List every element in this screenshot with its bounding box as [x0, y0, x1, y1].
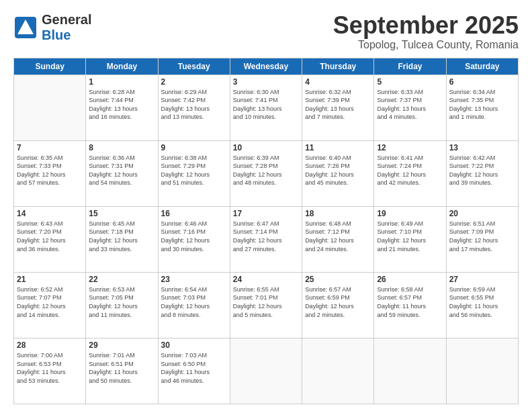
day-number: 4 — [305, 77, 371, 87]
header: General Blue September 2025 Topolog, Tul… — [13, 12, 519, 51]
day-info: Sunrise: 6:34 AM Sunset: 7:35 PM Dayligh… — [449, 88, 515, 122]
day-number: 14 — [17, 209, 83, 218]
calendar-cell: 30Sunrise: 7:03 AM Sunset: 6:50 PM Dayli… — [158, 338, 230, 404]
day-info: Sunrise: 7:03 AM Sunset: 6:50 PM Dayligh… — [161, 351, 227, 385]
day-info: Sunrise: 6:28 AM Sunset: 7:44 PM Dayligh… — [89, 88, 154, 122]
day-info: Sunrise: 6:54 AM Sunset: 7:03 PM Dayligh… — [161, 285, 227, 319]
day-number: 15 — [89, 209, 154, 218]
calendar-week-4: 21Sunrise: 6:52 AM Sunset: 7:07 PM Dayli… — [14, 272, 519, 338]
day-number: 1 — [89, 77, 154, 87]
calendar-cell: 29Sunrise: 7:01 AM Sunset: 6:51 PM Dayli… — [86, 338, 158, 404]
calendar-cell: 10Sunrise: 6:39 AM Sunset: 7:28 PM Dayli… — [230, 140, 302, 206]
logo-blue: Blue — [42, 28, 91, 43]
day-info: Sunrise: 6:59 AM Sunset: 6:55 PM Dayligh… — [449, 285, 515, 319]
day-info: Sunrise: 6:38 AM Sunset: 7:29 PM Dayligh… — [161, 154, 227, 187]
day-info: Sunrise: 6:43 AM Sunset: 7:20 PM Dayligh… — [17, 220, 83, 253]
calendar-week-2: 7Sunrise: 6:35 AM Sunset: 7:33 PM Daylig… — [14, 140, 519, 206]
day-info: Sunrise: 6:53 AM Sunset: 7:05 PM Dayligh… — [89, 285, 154, 319]
calendar-cell: 2Sunrise: 6:29 AM Sunset: 7:42 PM Daylig… — [158, 75, 230, 140]
day-number: 19 — [377, 209, 443, 218]
calendar-cell: 4Sunrise: 6:32 AM Sunset: 7:39 PM Daylig… — [302, 75, 374, 140]
day-number: 30 — [161, 340, 227, 350]
day-info: Sunrise: 6:29 AM Sunset: 7:42 PM Dayligh… — [161, 88, 227, 122]
logo-icon — [13, 15, 38, 40]
page: General Blue September 2025 Topolog, Tul… — [0, 0, 532, 411]
day-number: 29 — [89, 340, 154, 350]
calendar-cell: 15Sunrise: 6:45 AM Sunset: 7:18 PM Dayli… — [86, 206, 158, 272]
col-sunday: Sunday — [14, 58, 86, 75]
calendar-cell: 7Sunrise: 6:35 AM Sunset: 7:33 PM Daylig… — [14, 140, 86, 206]
logo-general: General — [42, 12, 91, 28]
day-number: 3 — [233, 77, 299, 87]
day-info: Sunrise: 6:39 AM Sunset: 7:28 PM Dayligh… — [233, 154, 299, 187]
col-tuesday: Tuesday — [158, 58, 230, 75]
calendar-cell: 26Sunrise: 6:58 AM Sunset: 6:57 PM Dayli… — [374, 272, 446, 338]
day-info: Sunrise: 6:36 AM Sunset: 7:31 PM Dayligh… — [89, 154, 154, 187]
calendar-cell: 12Sunrise: 6:41 AM Sunset: 7:24 PM Dayli… — [374, 140, 446, 206]
calendar-cell: 23Sunrise: 6:54 AM Sunset: 7:03 PM Dayli… — [158, 272, 230, 338]
col-saturday: Saturday — [446, 58, 518, 75]
logo: General Blue — [13, 12, 91, 43]
day-info: Sunrise: 6:41 AM Sunset: 7:24 PM Dayligh… — [377, 154, 443, 187]
month-title: September 2025 — [333, 12, 519, 39]
calendar-week-5: 28Sunrise: 7:00 AM Sunset: 6:53 PM Dayli… — [14, 338, 519, 404]
calendar-cell: 9Sunrise: 6:38 AM Sunset: 7:29 PM Daylig… — [158, 140, 230, 206]
day-number: 27 — [449, 275, 515, 284]
day-number: 24 — [233, 275, 299, 284]
day-number: 10 — [233, 143, 299, 152]
day-info: Sunrise: 6:48 AM Sunset: 7:12 PM Dayligh… — [305, 220, 371, 253]
location-title: Topolog, Tulcea County, Romania — [333, 39, 519, 51]
calendar-cell: 18Sunrise: 6:48 AM Sunset: 7:12 PM Dayli… — [302, 206, 374, 272]
day-info: Sunrise: 6:55 AM Sunset: 7:01 PM Dayligh… — [233, 285, 299, 319]
day-number: 11 — [305, 143, 371, 152]
calendar-cell: 24Sunrise: 6:55 AM Sunset: 7:01 PM Dayli… — [230, 272, 302, 338]
calendar-cell: 3Sunrise: 6:30 AM Sunset: 7:41 PM Daylig… — [230, 75, 302, 140]
calendar-cell: 28Sunrise: 7:00 AM Sunset: 6:53 PM Dayli… — [14, 338, 86, 404]
day-number: 22 — [89, 275, 154, 284]
day-number: 9 — [161, 143, 227, 152]
day-info: Sunrise: 6:58 AM Sunset: 6:57 PM Dayligh… — [377, 285, 443, 319]
day-info: Sunrise: 6:33 AM Sunset: 7:37 PM Dayligh… — [377, 88, 443, 122]
day-number: 28 — [17, 340, 83, 350]
day-number: 5 — [377, 77, 443, 87]
day-info: Sunrise: 6:46 AM Sunset: 7:16 PM Dayligh… — [161, 220, 227, 253]
calendar-cell: 25Sunrise: 6:57 AM Sunset: 6:59 PM Dayli… — [302, 272, 374, 338]
calendar-cell: 1Sunrise: 6:28 AM Sunset: 7:44 PM Daylig… — [86, 75, 158, 140]
day-info: Sunrise: 6:42 AM Sunset: 7:22 PM Dayligh… — [449, 154, 515, 187]
calendar-cell: 22Sunrise: 6:53 AM Sunset: 7:05 PM Dayli… — [86, 272, 158, 338]
calendar-cell: 17Sunrise: 6:47 AM Sunset: 7:14 PM Dayli… — [230, 206, 302, 272]
day-number: 12 — [377, 143, 443, 152]
day-info: Sunrise: 6:32 AM Sunset: 7:39 PM Dayligh… — [305, 88, 371, 122]
day-info: Sunrise: 6:35 AM Sunset: 7:33 PM Dayligh… — [17, 154, 83, 187]
calendar-cell: 5Sunrise: 6:33 AM Sunset: 7:37 PM Daylig… — [374, 75, 446, 140]
calendar-cell: 8Sunrise: 6:36 AM Sunset: 7:31 PM Daylig… — [86, 140, 158, 206]
col-monday: Monday — [86, 58, 158, 75]
calendar-cell: 27Sunrise: 6:59 AM Sunset: 6:55 PM Dayli… — [446, 272, 518, 338]
calendar-cell: 21Sunrise: 6:52 AM Sunset: 7:07 PM Dayli… — [14, 272, 86, 338]
day-info: Sunrise: 6:30 AM Sunset: 7:41 PM Dayligh… — [233, 88, 299, 122]
day-info: Sunrise: 7:01 AM Sunset: 6:51 PM Dayligh… — [89, 351, 154, 385]
calendar-cell: 13Sunrise: 6:42 AM Sunset: 7:22 PM Dayli… — [446, 140, 518, 206]
day-number: 17 — [233, 209, 299, 218]
calendar-cell — [446, 338, 518, 404]
day-info: Sunrise: 6:49 AM Sunset: 7:10 PM Dayligh… — [377, 220, 443, 253]
day-number: 7 — [17, 143, 83, 152]
calendar-table: Sunday Monday Tuesday Wednesday Thursday… — [13, 58, 519, 404]
day-info: Sunrise: 6:51 AM Sunset: 7:09 PM Dayligh… — [449, 220, 515, 253]
day-info: Sunrise: 6:57 AM Sunset: 6:59 PM Dayligh… — [305, 285, 371, 319]
day-number: 23 — [161, 275, 227, 284]
day-info: Sunrise: 6:40 AM Sunset: 7:26 PM Dayligh… — [305, 154, 371, 187]
calendar-cell — [374, 338, 446, 404]
calendar-cell — [14, 75, 86, 140]
day-number: 20 — [449, 209, 515, 218]
calendar-cell: 11Sunrise: 6:40 AM Sunset: 7:26 PM Dayli… — [302, 140, 374, 206]
title-area: September 2025 Topolog, Tulcea County, R… — [333, 12, 519, 51]
day-number: 25 — [305, 275, 371, 284]
day-info: Sunrise: 7:00 AM Sunset: 6:53 PM Dayligh… — [17, 351, 83, 385]
day-number: 13 — [449, 143, 515, 152]
day-number: 21 — [17, 275, 83, 284]
calendar-cell: 20Sunrise: 6:51 AM Sunset: 7:09 PM Dayli… — [446, 206, 518, 272]
day-info: Sunrise: 6:47 AM Sunset: 7:14 PM Dayligh… — [233, 220, 299, 253]
calendar-cell — [230, 338, 302, 404]
header-row: Sunday Monday Tuesday Wednesday Thursday… — [14, 58, 519, 75]
